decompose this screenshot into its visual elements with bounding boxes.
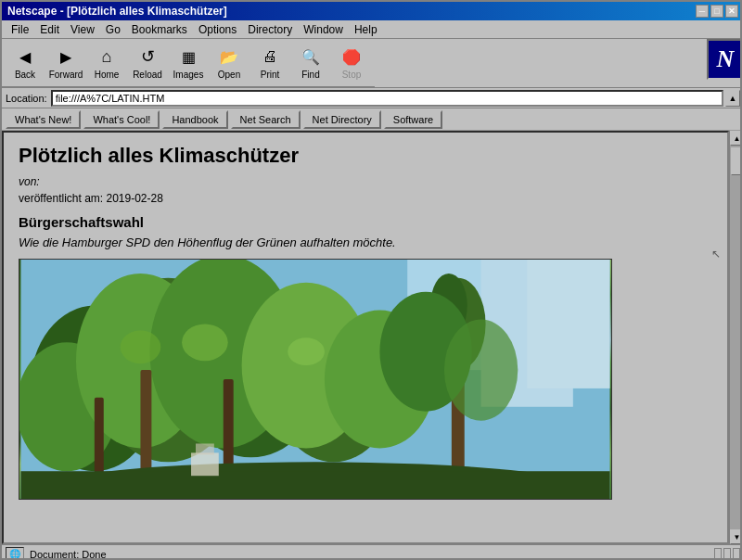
scroll-thumb[interactable] (731, 147, 743, 175)
menu-go[interactable]: Go (100, 21, 126, 38)
find-button[interactable]: 🔍 Find (291, 43, 330, 83)
handbook-button[interactable]: Handbook (162, 110, 227, 129)
netscape-logo: N (707, 39, 742, 80)
svg-rect-26 (191, 452, 219, 476)
status-icon: 🌐 (6, 547, 24, 561)
minimize-button[interactable]: ─ (696, 5, 709, 18)
menu-directory[interactable]: Directory (242, 21, 298, 38)
progress-area (714, 548, 740, 561)
back-button[interactable]: ◀ Back (6, 43, 45, 83)
back-label: Back (15, 70, 35, 80)
back-icon: ◀ (14, 45, 36, 68)
article-lead: Wie die Hamburger SPD den Höhenflug der … (19, 235, 712, 249)
menu-bookmarks[interactable]: Bookmarks (126, 21, 193, 38)
home-icon: ⌂ (96, 45, 118, 68)
reload-button[interactable]: ↺ Reload (128, 43, 167, 83)
home-button[interactable]: ⌂ Home (87, 43, 126, 83)
status-bar: 🌐 Document: Done (2, 544, 742, 560)
progress-block-2 (723, 548, 731, 561)
svg-point-24 (288, 337, 325, 365)
svg-point-20 (444, 320, 518, 421)
print-icon: 🖨 (259, 45, 281, 68)
net-search-button[interactable]: Net Search (231, 110, 301, 129)
images-button[interactable]: ▦ Images (169, 43, 208, 83)
von-label: von: (19, 175, 40, 188)
menu-file[interactable]: File (6, 21, 34, 38)
open-label: Open (218, 70, 240, 80)
home-label: Home (95, 70, 120, 80)
progress-block-3 (733, 548, 740, 561)
article-image (19, 259, 612, 500)
open-icon: 📂 (218, 45, 240, 68)
stop-button[interactable]: 🛑 Stop (332, 43, 371, 83)
menu-window[interactable]: Window (298, 21, 349, 38)
images-icon: ▦ (177, 45, 199, 68)
forward-label: Forward (49, 70, 83, 80)
article-title: Plötzlich alles Klimaschützer (19, 144, 712, 168)
menu-view[interactable]: View (65, 21, 100, 38)
print-button[interactable]: 🖨 Print (250, 43, 289, 83)
toolbar: ◀ Back ▶ Forward ⌂ Home ↺ Reload ▦ Image… (2, 39, 375, 87)
menu-help[interactable]: Help (349, 21, 383, 38)
location-bar: Location: ▲ (2, 88, 742, 108)
menu-bar: File Edit View Go Bookmarks Options Dire… (2, 20, 742, 39)
svg-rect-27 (196, 443, 214, 454)
whats-cool-button[interactable]: What's Cool! (83, 110, 160, 129)
article-meta: von: (19, 175, 712, 188)
published-date: 2019-02-28 (107, 192, 163, 205)
window-title: Netscape - [Plötzlich alles Klimaschütze… (7, 5, 227, 18)
title-bar: Netscape - [Plötzlich alles Klimaschütze… (2, 2, 742, 20)
stop-icon: 🛑 (340, 45, 363, 68)
net-directory-button[interactable]: Net Directory (303, 110, 381, 129)
svg-point-25 (121, 330, 161, 363)
browser-content: Plötzlich alles Klimaschützer von: veröf… (2, 131, 729, 544)
reload-label: Reload (133, 70, 162, 80)
article-published: veröffentlicht am: 2019-02-28 (19, 192, 712, 205)
svg-rect-22 (20, 471, 609, 499)
find-icon: 🔍 (300, 45, 322, 68)
status-text: Document: Done (30, 549, 107, 560)
stop-label: Stop (342, 70, 362, 80)
svg-point-23 (182, 324, 228, 361)
print-label: Print (261, 70, 280, 80)
forward-icon: ▶ (55, 45, 77, 68)
open-button[interactable]: 📂 Open (210, 43, 249, 83)
menu-options[interactable]: Options (193, 21, 242, 38)
close-button[interactable]: ✕ (725, 5, 738, 18)
svg-rect-3 (527, 260, 609, 388)
published-label: veröffentlicht am: (19, 192, 107, 205)
software-button[interactable]: Software (384, 110, 442, 129)
forward-button[interactable]: ▶ Forward (46, 43, 85, 83)
progress-block (714, 548, 722, 561)
location-input[interactable] (51, 90, 723, 107)
reload-icon: ↺ (136, 45, 159, 68)
scroll-up-button[interactable]: ▲ (730, 131, 743, 146)
scroll-track (730, 146, 743, 529)
menu-edit[interactable]: Edit (34, 21, 65, 38)
location-scroll-button[interactable]: ▲ (725, 90, 740, 107)
whats-new-button[interactable]: What's New! (6, 110, 81, 129)
location-label: Location: (6, 93, 47, 104)
scroll-down-button[interactable]: ▼ (730, 529, 743, 544)
page-scrollbar: ▲ ▼ (729, 131, 742, 544)
article-subtitle: Bürgerschaftswahl (19, 214, 712, 230)
window-controls: ─ □ ✕ (696, 5, 738, 18)
find-label: Find (301, 70, 319, 80)
images-label: Images (173, 70, 204, 80)
nav-buttons: What's New! What's Cool! Handbook Net Se… (2, 108, 742, 131)
maximize-button[interactable]: □ (710, 5, 723, 18)
